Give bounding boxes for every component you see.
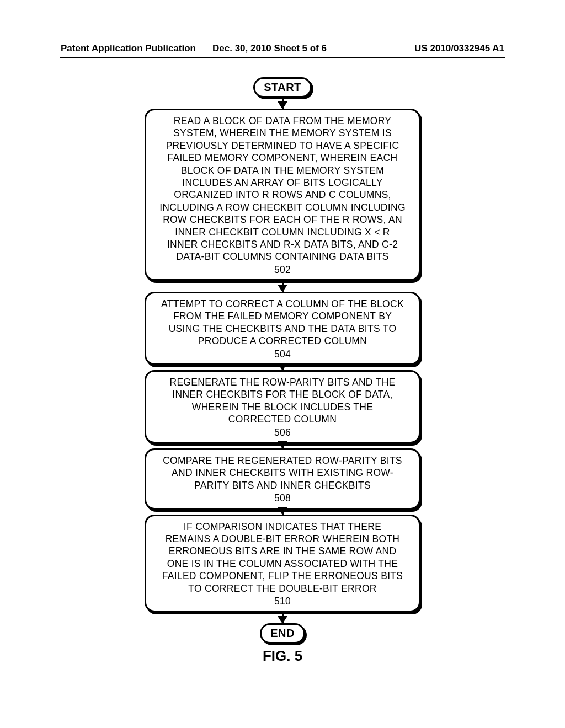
end-label: END	[270, 627, 295, 639]
process-step-502: READ A BLOCK OF DATA FROM THE MEMORY SYS…	[145, 109, 420, 281]
arrow-icon	[282, 365, 284, 370]
figure-label: FIG. 5	[0, 647, 565, 665]
process-step-506: REGENERATE THE ROW-PARITY BITS AND THE I…	[145, 370, 420, 443]
header-left: Patent Application Publication	[61, 43, 196, 54]
start-terminal: START	[253, 77, 312, 98]
flowchart: START READ A BLOCK OF DATA FROM THE MEMO…	[0, 77, 565, 644]
step-text: COMPARE THE REGENERATED ROW-PARITY BITS …	[163, 455, 402, 491]
end-terminal: END	[260, 623, 305, 644]
step-number: 502	[153, 264, 412, 276]
arrow-icon	[282, 98, 284, 109]
step-text: ATTEMPT TO CORRECT A COLUMN OF THE BLOCK…	[161, 298, 404, 346]
arrow-icon	[282, 443, 284, 448]
step-number: 504	[153, 348, 412, 360]
step-number: 506	[153, 426, 412, 438]
start-label: START	[264, 81, 301, 93]
header-center: Dec. 30, 2010 Sheet 5 of 6	[212, 43, 327, 54]
step-number: 510	[153, 595, 412, 607]
header-rule	[60, 57, 505, 58]
step-text: REGENERATE THE ROW-PARITY BITS AND THE I…	[169, 377, 395, 425]
arrow-icon	[282, 510, 284, 515]
header-right: US 2010/0332945 A1	[414, 43, 504, 54]
process-step-508: COMPARE THE REGENERATED ROW-PARITY BITS …	[145, 448, 420, 510]
arrow-icon	[282, 281, 284, 292]
step-number: 508	[153, 492, 412, 504]
step-text: READ A BLOCK OF DATA FROM THE MEMORY SYS…	[159, 115, 406, 262]
page-header: Patent Application Publication Dec. 30, …	[0, 43, 565, 54]
step-text: IF COMPARISON INDICATES THAT THERE REMAI…	[162, 521, 403, 594]
arrow-icon	[282, 612, 284, 623]
process-step-510: IF COMPARISON INDICATES THAT THERE REMAI…	[145, 515, 420, 613]
process-step-504: ATTEMPT TO CORRECT A COLUMN OF THE BLOCK…	[145, 292, 420, 365]
